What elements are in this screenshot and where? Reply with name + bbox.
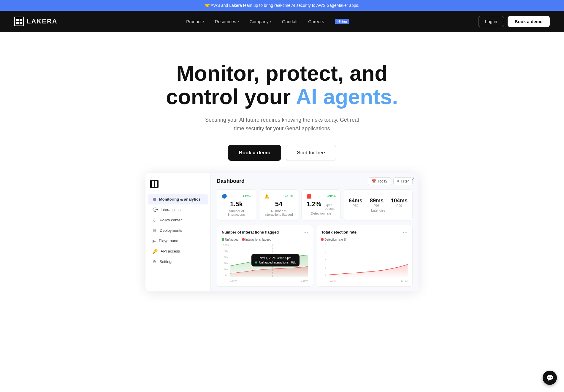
tooltip-value: Unflagged interactions · 62k <box>255 261 296 264</box>
login-button[interactable]: Log in <box>478 16 504 27</box>
latency-card: 64ms P50 89ms P95 104ms P99 <box>344 189 413 221</box>
sidebar-item-deployments[interactable]: 🖥 Deployments <box>148 226 208 236</box>
chart-menu-2[interactable]: ⋯ <box>403 229 408 235</box>
calendar-icon: 📅 <box>372 179 376 183</box>
nav-links: Product ▾ Resources ▾ Company ▾ Gandalf … <box>182 16 354 26</box>
stat-card-header-1: 🔵 +12% <box>222 194 251 199</box>
resources-chevron-icon: ▾ <box>237 20 239 23</box>
chat-widget[interactable]: 💬 <box>543 371 557 385</box>
detection-icon: 🟥 <box>306 194 311 199</box>
stat-cards: 🔵 +12% 1.5k Number of interactions ⚠️ +1… <box>217 189 413 221</box>
dash-logo <box>145 177 210 194</box>
filter-button[interactable]: ≡ Filter <box>393 177 413 185</box>
stat-card-detection: 🟥 +32% 1.2% /per request Detection rate <box>301 189 341 221</box>
hero-title-line2-prefix: control your <box>166 85 296 109</box>
legend-detection: Detection rate % <box>321 238 346 241</box>
chart-interactions-flagged: Number of interactions flagged ⋯ Unflagg… <box>217 225 313 287</box>
interactions-value: 1.5k <box>222 200 251 208</box>
hiring-badge: Hiring <box>335 19 350 24</box>
tooltip-date: Nov 1, 2024, 4:40:00pm <box>255 256 296 260</box>
banner-text: 🤝 AWS and Lakera team up to bring real-t… <box>205 3 359 8</box>
tooltip-label: Unflagged interactions <box>259 261 289 264</box>
chart-svg-2 <box>329 244 408 277</box>
hero-free-button[interactable]: Start for free <box>286 145 336 161</box>
hero-title-line1: Monitor, protect, and <box>176 61 388 85</box>
nav-item-hiring[interactable]: Hiring <box>331 16 354 26</box>
gear-icon: ⚙ <box>153 259 156 264</box>
stat-card-flagged: ⚠️ +15% 54 Number of interactions flagge… <box>259 189 299 221</box>
p95-value: 89ms <box>370 198 384 204</box>
dash-logo-icon <box>150 180 159 188</box>
hero-demo-button[interactable]: Book a demo <box>228 145 281 161</box>
dashboard-header: Dashboard 📅 Today ≡ Filter <box>217 177 413 185</box>
hero-title-highlight: AI agents. <box>296 85 398 109</box>
navbar: LAKERA Product ▾ Resources ▾ Company ▾ G… <box>0 11 564 32</box>
chart-header-2: Total detection rate ⋯ <box>321 229 408 235</box>
chart-legend-1: Unflagged Interactions flagged <box>222 238 308 241</box>
nav-item-gandalf[interactable]: Gandalf <box>278 17 302 26</box>
nav-careers-label: Careers <box>308 19 324 24</box>
nav-item-careers[interactable]: Careers <box>304 17 328 26</box>
nav-product-label: Product <box>186 19 202 24</box>
sidebar-item-settings[interactable]: ⚙ Settings <box>148 257 208 267</box>
logo-text: LAKERA <box>27 18 58 25</box>
flagged-badge: +15% <box>285 194 293 198</box>
product-chevron-icon: ▾ <box>203 20 204 23</box>
key-icon: 🔑 <box>153 249 158 254</box>
sidebar-api-label: API access <box>161 249 180 253</box>
chart-title-2: Total detection rate <box>321 230 357 234</box>
sidebar-interactions-label: Interactions <box>161 207 180 212</box>
nav-gandalf-label: Gandalf <box>282 19 298 24</box>
nav-item-company[interactable]: Company ▾ <box>245 17 275 26</box>
company-chevron-icon: ▾ <box>270 20 271 23</box>
dashboard-inner: ⊞ Monitoring & analytics 💬 Interactions … <box>145 173 419 291</box>
chart-title-1: Number of interactions flagged <box>222 230 279 234</box>
dashboard-title: Dashboard <box>217 178 245 184</box>
p99-label: P99 <box>391 204 408 207</box>
latency-p50: 64ms P50 <box>349 198 366 207</box>
detection-sub: /per request <box>322 203 335 210</box>
latency-p99: 104ms P99 <box>391 198 408 207</box>
sidebar-monitoring-label: Monitoring & analytics <box>159 197 200 201</box>
chart-legend-2: Detection rate % <box>321 238 408 241</box>
interactions-icon: 🔵 <box>222 194 227 199</box>
hero-title: Monitor, protect, and control your AI ag… <box>148 62 416 109</box>
p50-label: P50 <box>349 204 362 207</box>
sidebar-item-monitoring[interactable]: ⊞ Monitoring & analytics <box>148 194 208 204</box>
nav-item-product[interactable]: Product ▾ <box>182 17 208 26</box>
dashboard-preview: ⤢ ⤢ ⊞ Monitoring & analytics 💬 Interacti… <box>145 173 419 291</box>
hero-subtitle: Securing your AI future requires knowing… <box>202 116 362 133</box>
top-banner[interactable]: 🤝 AWS and Lakera team up to bring real-t… <box>0 0 564 11</box>
stat-card-interactions: 🔵 +12% 1.5k Number of interactions <box>217 189 256 221</box>
legend-unflagged: Unflagged <box>222 238 239 241</box>
detection-label: Detection rate <box>306 212 336 215</box>
chart-x-labels-2: 12AM11PM <box>329 279 408 282</box>
flagged-label: Number of interactions flagged <box>264 209 294 216</box>
server-icon: 🖥 <box>153 228 157 233</box>
sidebar-item-interactions[interactable]: 💬 Interactions <box>148 205 208 215</box>
nav-item-resources[interactable]: Resources ▾ <box>211 17 243 26</box>
demo-button-nav[interactable]: Book a demo <box>508 16 550 27</box>
chart-menu-1[interactable]: ⋯ <box>303 229 308 235</box>
flagged-icon: ⚠️ <box>264 194 269 199</box>
dashboard-main: Dashboard 📅 Today ≡ Filter <box>211 173 419 291</box>
filter-icon: ≡ <box>397 179 399 183</box>
latency-label: Latencies <box>349 209 408 212</box>
logo-icon <box>14 17 24 26</box>
sidebar-item-playground[interactable]: ▶ Playground <box>148 236 208 246</box>
expand-icon-tl[interactable]: ⤢ <box>149 176 153 181</box>
stat-card-header-3: 🟥 +32% <box>306 194 336 199</box>
sidebar-policy-label: Policy center <box>160 218 182 222</box>
sidebar-settings-label: Settings <box>159 259 173 264</box>
dashboard-sidebar: ⊞ Monitoring & analytics 💬 Interactions … <box>145 173 211 291</box>
sidebar-item-api[interactable]: 🔑 API access <box>148 246 208 256</box>
sidebar-item-policy[interactable]: 🛡 Policy center <box>148 215 208 225</box>
sidebar-deployments-label: Deployments <box>160 228 182 233</box>
chart-x-labels-1: 12AM11PM <box>230 279 308 282</box>
stat-card-header-2: ⚠️ +15% <box>264 194 294 199</box>
nav-logo[interactable]: LAKERA <box>14 17 58 26</box>
interactions-label: Number of interactions <box>222 209 251 216</box>
today-filter-button[interactable]: 📅 Today <box>368 177 391 185</box>
expand-icon-tr[interactable]: ⤢ <box>411 176 415 181</box>
chart-header-1: Number of interactions flagged ⋯ <box>222 229 308 235</box>
